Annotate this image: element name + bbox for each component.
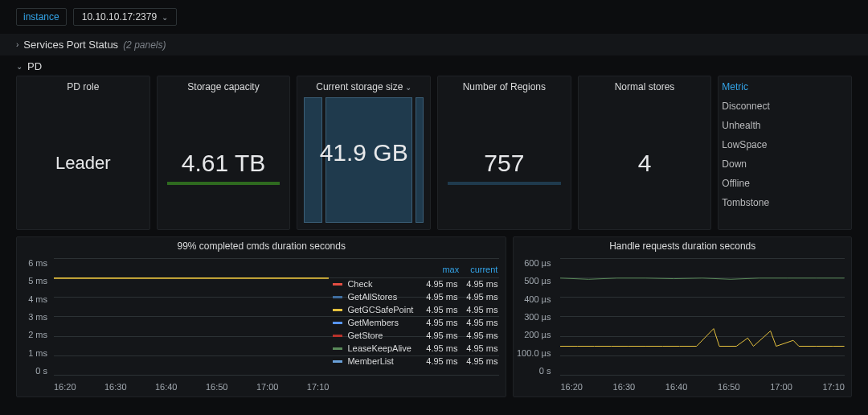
stat-value: Leader (17, 97, 149, 229)
legend-row[interactable]: Check4.95 ms4.95 ms (333, 277, 497, 290)
metric-row: Unhealth (722, 120, 848, 131)
legend-max: 4.95 ms (422, 305, 457, 314)
row-title: PD (27, 60, 42, 72)
legend-row[interactable]: GetGCSafePoint4.95 ms4.95 ms (333, 303, 497, 316)
chevron-down-icon: ⌄ (162, 13, 168, 22)
legend-swatch (333, 296, 342, 298)
panel-storage-capacity[interactable]: Storage capacity 4.61 TB (157, 76, 291, 230)
panel-title: Normal stores (579, 76, 711, 97)
legend-row[interactable]: GetMembers4.95 ms4.95 ms (333, 316, 497, 329)
var-dropdown-value: 10.10.10.17:2379 (82, 11, 157, 23)
stat-value: 757 (438, 97, 571, 229)
legend-series-name: GetGCSafePoint (347, 305, 417, 314)
stat-value: 4.61 TB (158, 97, 290, 229)
legend-max: 4.95 ms (422, 292, 457, 302)
stat-value: 4 (579, 97, 711, 229)
metric-row: LowSpace (722, 139, 848, 150)
sparkline (167, 182, 280, 185)
panel-number-of-regions[interactable]: Number of Regions 757 (437, 76, 571, 230)
metrics-col-header: Metric (722, 81, 848, 92)
pd-stats-row: PD role Leader Storage capacity 4.61 TB … (0, 76, 868, 236)
legend-swatch (333, 347, 342, 350)
pd-graphs-row: 99% completed cmds duration seconds 6 ms… (0, 236, 868, 397)
plot-area[interactable] (560, 258, 845, 376)
stat-value: 41.9 GB (297, 76, 430, 229)
metric-row: Down (722, 158, 848, 170)
legend-series-name: LeaseKeepAlive (347, 343, 417, 353)
legend-series-name: MemberList (347, 356, 417, 366)
legend-swatch (333, 309, 342, 311)
legend-current: 4.95 ms (462, 318, 497, 327)
metric-row: Offline (722, 178, 848, 189)
panel-current-storage-size[interactable]: Current storage size 41.9 GB (297, 76, 431, 230)
legend-current: 4.95 ms (462, 356, 497, 366)
legend-series-name: GetStore (347, 331, 417, 340)
metric-row: Disconnect (722, 101, 848, 112)
legend-col[interactable]: current (470, 265, 497, 274)
legend-max: 4.95 ms (422, 331, 457, 340)
legend-max: 4.95 ms (422, 279, 457, 289)
x-axis: 16:2016:3016:40 16:5017:0017:10 (54, 382, 329, 392)
panel-normal-stores[interactable]: Normal stores 4 (578, 76, 712, 230)
legend-current: 4.95 ms (462, 279, 497, 289)
legend-row[interactable]: GetStore4.95 ms4.95 ms (333, 329, 497, 342)
legend-swatch (333, 322, 342, 324)
legend-swatch (333, 360, 342, 363)
y-axis: 6 ms5 ms4 ms 3 ms2 ms1 ms 0 s (17, 258, 52, 376)
chevron-down-icon: ⌄ (16, 62, 23, 71)
legend-max: 4.95 ms (422, 318, 457, 327)
panel-handle-requests-duration[interactable]: Handle requests duration seconds 600 µs5… (513, 236, 852, 397)
sparkline (448, 182, 561, 185)
row-title: Services Port Status (23, 39, 118, 51)
panel-title: Number of Regions (438, 76, 571, 97)
chevron-right-icon: › (16, 40, 18, 49)
legend-current: 4.95 ms (462, 305, 497, 314)
row-header-services[interactable]: › Services Port Status (2 panels) (0, 34, 868, 55)
panel-title: 99% completed cmds duration seconds (17, 237, 506, 255)
legend-current: 4.95 ms (462, 343, 497, 353)
legend-series-name: Check (347, 279, 417, 289)
var-dropdown-instance[interactable]: 10.10.10.17:2379 ⌄ (73, 8, 177, 26)
var-label-instance: instance (16, 8, 67, 26)
panel-title: Handle requests duration seconds (514, 237, 851, 255)
legend-max: 4.95 ms (422, 356, 457, 366)
legend-series-name: GetAllStores (347, 292, 417, 302)
panels-count: (2 panels) (123, 39, 166, 51)
panel-title: Storage capacity (158, 76, 290, 97)
legend-row[interactable]: LeaseKeepAlive4.95 ms4.95 ms (333, 342, 497, 355)
panel-store-metrics-peek[interactable]: Metric Disconnect Unhealth LowSpace Down… (718, 76, 852, 230)
legend-current: 4.95 ms (462, 331, 497, 340)
template-variables-bar: instance 10.10.10.17:2379 ⌄ (0, 0, 868, 34)
x-axis: 16:2016:3016:40 16:5017:0017:10 (560, 382, 845, 392)
row-header-pd[interactable]: ⌄ PD (0, 55, 868, 76)
legend-max: 4.95 ms (422, 343, 457, 353)
panel-title: PD role (17, 76, 149, 97)
y-axis: 600 µs500 µs400 µs 300 µs200 µs100.0 µs … (514, 258, 555, 376)
legend-current: 4.95 ms (462, 292, 497, 302)
legend-row[interactable]: MemberList4.95 ms4.95 ms (333, 355, 497, 368)
legend: max current Check4.95 ms4.95 msGetAllSto… (333, 265, 497, 368)
plot-area[interactable] (54, 258, 329, 376)
legend-col[interactable]: max (442, 265, 459, 274)
legend-swatch (333, 335, 342, 337)
panel-pd-role[interactable]: PD role Leader (16, 76, 150, 230)
legend-row[interactable]: GetAllStores4.95 ms4.95 ms (333, 290, 497, 303)
panel-cmds-duration[interactable]: 99% completed cmds duration seconds 6 ms… (16, 236, 506, 397)
legend-series-name: GetMembers (347, 318, 417, 327)
legend-swatch (333, 283, 342, 286)
metric-row: Tombstone (722, 197, 848, 208)
